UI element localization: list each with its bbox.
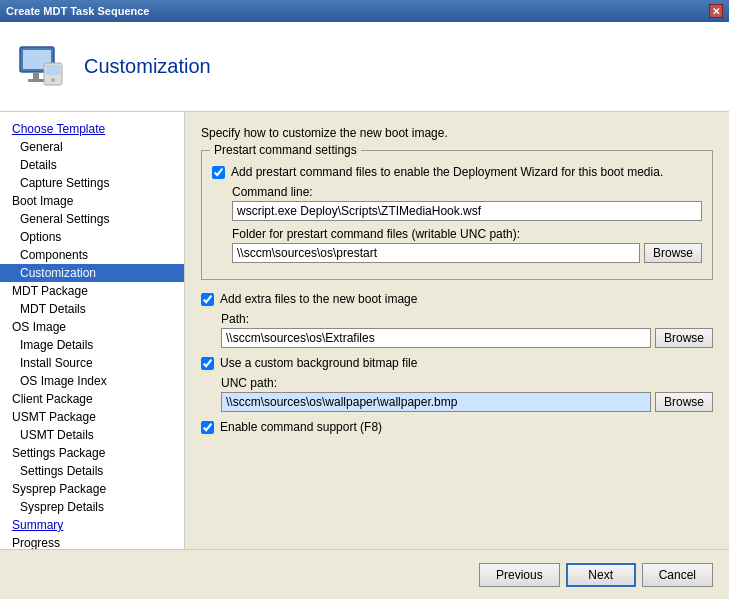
background-checkbox-label: Use a custom background bitmap file (220, 356, 417, 370)
dialog-body: Choose TemplateGeneralDetailsCapture Set… (0, 112, 729, 549)
sidebar-item-client-package[interactable]: Client Package (0, 390, 184, 408)
svg-rect-3 (28, 79, 44, 82)
extra-files-checkbox-label: Add extra files to the new boot image (220, 292, 417, 306)
sidebar-item-details[interactable]: Details (0, 156, 184, 174)
sidebar-item-os-image-index[interactable]: OS Image Index (0, 372, 184, 390)
background-checkbox-row: Use a custom background bitmap file (201, 356, 713, 370)
sidebar-item-image-details[interactable]: Image Details (0, 336, 184, 354)
svg-rect-5 (46, 65, 60, 75)
folder-field: Folder for prestart command files (writa… (232, 227, 702, 263)
sidebar-item-components[interactable]: Components (0, 246, 184, 264)
extra-files-checkbox-row: Add extra files to the new boot image (201, 292, 713, 306)
sidebar-item-os-image[interactable]: OS Image (0, 318, 184, 336)
sidebar-item-boot-image[interactable]: Boot Image (0, 192, 184, 210)
folder-input-row: Browse (232, 243, 702, 263)
sidebar-item-mdt-package[interactable]: MDT Package (0, 282, 184, 300)
prestart-group: Prestart command settings Add prestart c… (201, 150, 713, 280)
path-field: Path: Browse (221, 312, 713, 348)
cancel-button[interactable]: Cancel (642, 563, 713, 587)
sidebar: Choose TemplateGeneralDetailsCapture Set… (0, 112, 185, 549)
extra-files-checkbox[interactable] (201, 293, 214, 306)
dialog-header: Customization (0, 22, 729, 112)
prestart-checkbox-label: Add prestart command files to enable the… (231, 165, 663, 179)
sidebar-item-options[interactable]: Options (0, 228, 184, 246)
sidebar-item-sysprep-details[interactable]: Sysprep Details (0, 498, 184, 516)
svg-rect-2 (33, 72, 39, 80)
path-label: Path: (221, 312, 713, 326)
unc-path-field: UNC path: Browse (221, 376, 713, 412)
command-line-input-row (232, 201, 702, 221)
command-line-label: Command line: (232, 185, 702, 199)
sidebar-item-settings-details[interactable]: Settings Details (0, 462, 184, 480)
path-browse-button[interactable]: Browse (655, 328, 713, 348)
prestart-group-title: Prestart command settings (210, 143, 361, 157)
sidebar-item-customization[interactable]: Customization (0, 264, 184, 282)
sidebar-item-install-source[interactable]: Install Source (0, 354, 184, 372)
previous-button[interactable]: Previous (479, 563, 560, 587)
dialog-footer: Previous Next Cancel (0, 549, 729, 599)
path-input[interactable] (221, 328, 651, 348)
sidebar-item-general[interactable]: General (0, 138, 184, 156)
folder-label: Folder for prestart command files (writa… (232, 227, 702, 241)
command-support-checkbox[interactable] (201, 421, 214, 434)
command-line-input[interactable] (232, 201, 702, 221)
command-line-field: Command line: (232, 185, 702, 221)
command-support-label: Enable command support (F8) (220, 420, 382, 434)
next-button[interactable]: Next (566, 563, 636, 587)
unc-path-input[interactable] (221, 392, 651, 412)
folder-input[interactable] (232, 243, 640, 263)
panel-description: Specify how to customize the new boot im… (201, 126, 713, 140)
title-bar-text: Create MDT Task Sequence (6, 5, 149, 17)
sidebar-item-progress[interactable]: Progress (0, 534, 184, 549)
path-input-row: Browse (221, 328, 713, 348)
prestart-checkbox[interactable] (212, 166, 225, 179)
sidebar-item-general-settings[interactable]: General Settings (0, 210, 184, 228)
extra-files-section: Add extra files to the new boot image Pa… (201, 292, 713, 348)
sidebar-item-choose-template[interactable]: Choose Template (0, 120, 184, 138)
unc-path-input-row: Browse (221, 392, 713, 412)
background-checkbox[interactable] (201, 357, 214, 370)
command-support-row: Enable command support (F8) (201, 420, 713, 434)
background-section: Use a custom background bitmap file UNC … (201, 356, 713, 412)
sidebar-item-sysprep-package[interactable]: Sysprep Package (0, 480, 184, 498)
sidebar-item-settings-package[interactable]: Settings Package (0, 444, 184, 462)
sidebar-item-usmt-package[interactable]: USMT Package (0, 408, 184, 426)
right-panel: Specify how to customize the new boot im… (185, 112, 729, 549)
sidebar-item-summary[interactable]: Summary (0, 516, 184, 534)
sidebar-item-usmt-details[interactable]: USMT Details (0, 426, 184, 444)
close-icon[interactable]: ✕ (709, 4, 723, 18)
sidebar-item-mdt-details[interactable]: MDT Details (0, 300, 184, 318)
prestart-checkbox-row: Add prestart command files to enable the… (212, 165, 702, 179)
sidebar-item-capture-settings[interactable]: Capture Settings (0, 174, 184, 192)
unc-path-label: UNC path: (221, 376, 713, 390)
svg-point-6 (51, 78, 55, 82)
title-bar: Create MDT Task Sequence ✕ (0, 0, 729, 22)
unc-path-browse-button[interactable]: Browse (655, 392, 713, 412)
dialog-title: Customization (84, 55, 211, 78)
folder-browse-button[interactable]: Browse (644, 243, 702, 263)
dialog-icon (16, 41, 68, 93)
